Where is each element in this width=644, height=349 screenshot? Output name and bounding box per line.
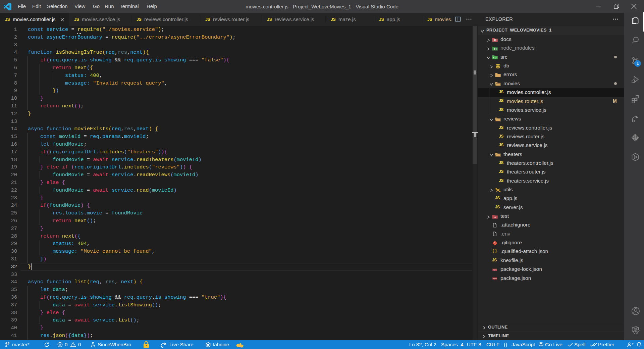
svg-text:s: s [495, 48, 496, 50]
svg-text:npm: npm [493, 278, 497, 280]
svg-text:npm: npm [493, 268, 497, 270]
